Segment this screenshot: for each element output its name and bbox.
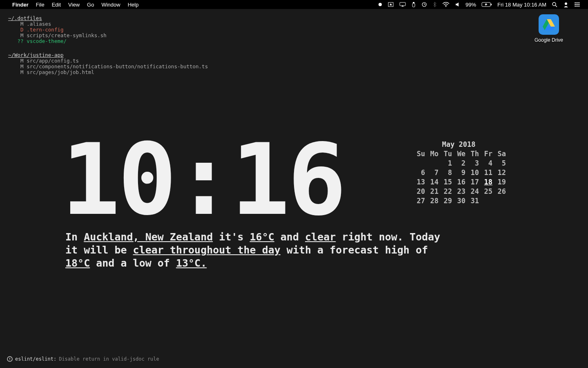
menu-file[interactable]: File <box>32 2 48 8</box>
menubar-datetime[interactable]: Fri 18 May 10:16 AM <box>495 2 549 8</box>
triangle-icon[interactable] <box>385 2 396 7</box>
desktop-icon-google-drive[interactable]: Google Drive <box>529 14 568 43</box>
desktop-icon-label: Google Drive <box>529 37 568 43</box>
battery-icon[interactable] <box>479 2 495 7</box>
weather-high: 18°C <box>65 257 90 269</box>
weather-condition: clear <box>305 231 336 243</box>
calendar-widget: May 2018SuMoTuWeThFrSa123456789101112131… <box>412 140 506 206</box>
battery-percent[interactable]: 99% <box>463 2 479 8</box>
issue-title: Disable return in valid-jsdoc rule <box>59 356 159 362</box>
svg-point-20 <box>9 360 10 361</box>
svg-point-9 <box>552 2 556 6</box>
weather-widget: In Auckland, New Zealand it's 16°C and c… <box>65 231 449 270</box>
spotlight-icon[interactable] <box>549 2 560 7</box>
weather-low: 13°C. <box>176 257 207 269</box>
menu-go[interactable]: Go <box>83 2 98 8</box>
svg-point-0 <box>379 3 382 6</box>
svg-point-11 <box>565 2 567 5</box>
issue-icon <box>7 356 13 362</box>
wifi-icon[interactable] <box>439 2 452 7</box>
weather-temp: 16°C <box>250 231 274 243</box>
github-issue-widget: eslint/eslint: Disable return in valid-j… <box>7 356 159 362</box>
menu-help[interactable]: Help <box>124 2 143 8</box>
menu-view[interactable]: View <box>65 2 83 8</box>
issue-repo: eslint/eslint: <box>15 356 56 362</box>
notification-center-icon[interactable] <box>572 2 583 7</box>
airplay-icon[interactable] <box>396 2 409 7</box>
menu-window[interactable]: Window <box>98 2 124 8</box>
google-drive-icon <box>539 14 559 35</box>
svg-rect-8 <box>491 4 492 5</box>
usb-icon[interactable] <box>409 2 419 7</box>
svg-line-10 <box>555 5 557 7</box>
svg-point-15 <box>575 2 575 3</box>
volume-icon[interactable] <box>452 2 463 7</box>
weather-forecast: clear throughout the day <box>133 244 281 256</box>
svg-point-17 <box>575 6 575 7</box>
bluetooth-icon[interactable] <box>430 2 439 7</box>
weather-location: Auckland, New Zealand <box>84 231 213 243</box>
menubar: Finder File Edit View Go Window Help 99%… <box>0 0 588 9</box>
svg-rect-4 <box>412 3 415 7</box>
git-status-widget: ~/.dotfiles M .aliases D .tern-config M … <box>8 13 208 75</box>
menu-edit[interactable]: Edit <box>48 2 65 8</box>
user-icon[interactable] <box>560 2 572 7</box>
clock-widget: 10:16 <box>61 131 344 229</box>
record-icon[interactable] <box>375 2 385 7</box>
svg-rect-2 <box>400 2 405 6</box>
sync-icon[interactable] <box>419 2 430 7</box>
svg-point-6 <box>445 6 446 7</box>
svg-point-16 <box>575 4 575 5</box>
app-menu[interactable]: Finder <box>9 2 32 8</box>
